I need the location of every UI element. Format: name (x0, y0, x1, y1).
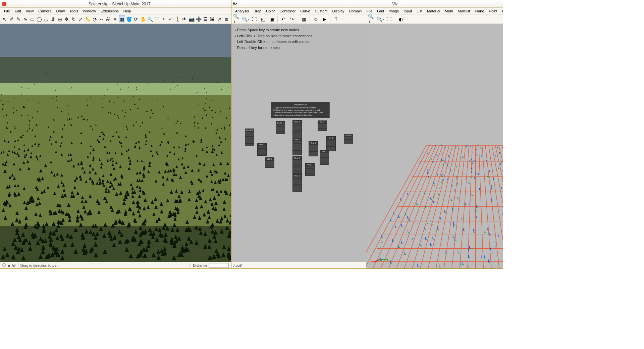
sketchup-menu-edit[interactable]: Edit (12, 8, 23, 14)
section-button[interactable]: ▦ (119, 15, 125, 23)
redo-button[interactable]: ↷ (288, 15, 296, 23)
refresh-button[interactable]: ⟲ (312, 15, 320, 23)
pencil-button[interactable]: ✎ (15, 15, 22, 23)
viz-menu-display[interactable]: Display (330, 8, 346, 14)
viz-menu-color[interactable]: Color (264, 8, 277, 14)
sketchup-menubar: FileEditViewCameraDrawToolsWindowExtensi… (0, 8, 231, 14)
node-patt-1[interactable]: PAtt-1 (257, 143, 267, 156)
sketchup-menu-help[interactable]: Help (121, 8, 133, 14)
circle-button[interactable]: ◯ (36, 15, 43, 23)
node-mv-2[interactable]: Mv-2 (320, 150, 329, 165)
viz-menu-material[interactable]: Material (425, 8, 442, 14)
viz-titlebar: Vz Viz — ▢ ✕ (231, 0, 503, 8)
zoom-in-button[interactable]: 🔍+ (368, 15, 376, 23)
viz-menu-grid[interactable]: Grid (375, 8, 386, 14)
viz-menu-point[interactable]: Point (487, 8, 500, 14)
zoom-in-button[interactable]: 🔍+ (233, 15, 241, 23)
offset-button[interactable]: ◎ (57, 15, 63, 23)
freehand-button[interactable]: ∿ (22, 15, 29, 23)
dimension-button[interactable]: ↔ (98, 15, 105, 23)
axis-widget[interactable]: z y x (372, 246, 389, 262)
frame-button[interactable]: ▣ (268, 15, 276, 23)
walk-button[interactable]: 🚶 (174, 15, 181, 23)
viz-menu-container[interactable]: Container (277, 8, 298, 14)
node-rnd-4[interactable]: Rnd-4 (292, 156, 302, 174)
zoom-button[interactable]: 🔍 (147, 15, 153, 23)
explanation-box[interactable]: Explanation 1.Import a component referen… (271, 102, 330, 118)
viz-menu-input[interactable]: Input (401, 8, 414, 14)
layers-button[interactable]: ≣ (223, 15, 229, 23)
zoom-out-button[interactable]: 🔍- (241, 15, 250, 23)
zoom-window-button[interactable]: ⌖ (161, 15, 167, 23)
sketchup-menu-draw[interactable]: Draw (54, 8, 67, 14)
help-button[interactable]: ? (332, 15, 340, 23)
rotate-button[interactable]: ↻ (70, 15, 77, 23)
display-mode-button[interactable]: ◐ (397, 15, 405, 23)
viz-menu-list[interactable]: List (414, 8, 425, 14)
sketchup-menu-file[interactable]: File (2, 8, 12, 14)
select-arrow-button[interactable]: ↖ (2, 15, 8, 23)
sketchup-menu-tools[interactable]: Tools (67, 8, 80, 14)
viz-menu-plane[interactable]: Plane (472, 8, 486, 14)
sketchup-menu-camera[interactable]: Camera (36, 8, 54, 14)
eraser-button[interactable]: ✐ (9, 15, 15, 23)
axes-button[interactable]: ✳ (112, 15, 118, 23)
play-button[interactable]: ▶ (320, 15, 328, 23)
node-sz-1[interactable]: Sz-1 (318, 120, 327, 131)
viz-menu-multilist[interactable]: Multilist (455, 8, 473, 14)
sketchup-menu-extensions[interactable]: Extensions (98, 8, 121, 14)
share-component-button[interactable]: ↗ (216, 15, 223, 23)
viz-menu-math[interactable]: Math (442, 8, 455, 14)
node-susc-1[interactable]: SuSc-1 (276, 121, 285, 134)
push-pull-button[interactable]: ⇵ (50, 15, 56, 23)
node-rnd-3[interactable]: Rnd-3 (309, 141, 318, 156)
previous-button[interactable]: ↶ (168, 15, 174, 23)
text-button[interactable]: A¹ (105, 15, 111, 23)
node-lks-1[interactable]: LkS-1 (265, 157, 274, 168)
viz-menu-analysis[interactable]: Analysis (233, 8, 251, 14)
undo-button[interactable]: ↶ (279, 15, 287, 23)
viz-menu-primitive[interactable]: Primitive (500, 8, 503, 14)
viz-menu-image[interactable]: Image (386, 8, 401, 14)
node-susk-1[interactable]: SuSk-1 (344, 134, 353, 144)
sketchup-viewport[interactable] (0, 24, 231, 262)
tape-measure-button[interactable]: 📏 (84, 15, 91, 23)
zoom-extents-button[interactable]: ⛶ (154, 15, 160, 23)
move-button[interactable]: ✥ (64, 15, 70, 23)
node-rnds-1[interactable]: RndS-1 (245, 129, 254, 146)
node-rnd-5[interactable]: Rnd-5 (292, 174, 302, 192)
rectangle-button[interactable]: ▭ (29, 15, 36, 23)
scale-button[interactable]: ⤢ (77, 15, 84, 23)
protractor-button[interactable]: ◔ (91, 15, 98, 23)
paint-bucket-button[interactable]: 🪣 (126, 15, 132, 23)
node-mv-1[interactable]: Mv-1 (326, 136, 336, 151)
position-camera-button[interactable]: 📷 (189, 15, 195, 23)
node-rnd-2[interactable]: Rnd-2 (292, 138, 302, 155)
outliner-button[interactable]: ☰ (203, 15, 209, 23)
zoom-fit-button[interactable]: ⛶ (385, 15, 393, 23)
zoom-out-button[interactable]: 🔍- (376, 15, 384, 23)
pan-button[interactable]: ✋ (140, 15, 146, 23)
viz-menu-file[interactable]: File (364, 8, 375, 14)
viz-menu-brep[interactable]: Brep (251, 8, 264, 14)
sketchup-menu-window[interactable]: Window (80, 8, 98, 14)
sketchup-menu-view[interactable]: View (23, 8, 36, 14)
viz-3d-viewport[interactable]: z y x (366, 24, 503, 268)
viz-menu-domain[interactable]: Domain (347, 8, 364, 14)
viz-menu-curve[interactable]: Curve (298, 8, 312, 14)
orbit-button[interactable]: ⟳ (133, 15, 139, 23)
viz-title: Viz (239, 2, 503, 6)
add-scene-button[interactable]: ➕ (196, 15, 202, 23)
viz-editor-toolbar: 🔍+🔍-⛶◱▣↶↷▦⟲▶? (231, 14, 366, 24)
node-vec-1[interactable]: Vec-1 (305, 163, 315, 176)
warehouse-button[interactable]: 🏛 (209, 15, 216, 23)
node-rnd-1[interactable]: Rnd-1 (292, 120, 302, 138)
zoom-fit-button[interactable]: ⛶ (250, 15, 258, 23)
zoom-sel-button[interactable]: ◱ (259, 15, 267, 23)
group-button[interactable]: ▦ (300, 15, 308, 23)
look-button[interactable]: 👁 (181, 15, 188, 23)
distance-input[interactable] (209, 263, 229, 268)
arc-button[interactable]: ◡ (43, 15, 49, 23)
viz-menu-custom[interactable]: Custom (313, 8, 330, 14)
viz-node-editor[interactable]: - Press Space key to create new nodes- L… (231, 24, 366, 262)
